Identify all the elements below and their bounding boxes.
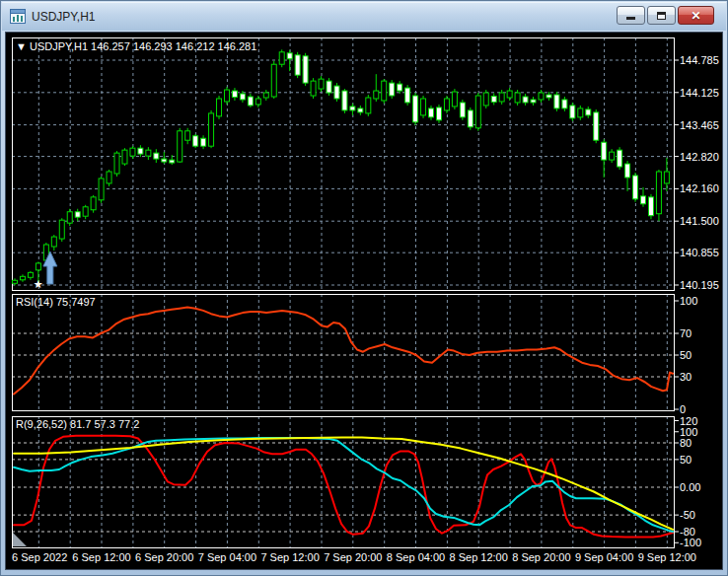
time-axis-label: 7 Sep 04:00 bbox=[198, 551, 256, 563]
candle bbox=[91, 197, 96, 210]
candle bbox=[295, 55, 300, 75]
candle bbox=[523, 97, 528, 103]
horizontal-gridlines bbox=[12, 60, 674, 532]
candle bbox=[209, 113, 214, 146]
candle bbox=[279, 52, 284, 64]
indicator-axis-label: 100 bbox=[680, 426, 697, 438]
candle bbox=[130, 148, 135, 156]
candle bbox=[405, 88, 410, 103]
time-axis-label: 7 Sep 20:00 bbox=[324, 551, 382, 563]
candle bbox=[633, 176, 638, 199]
restore-button[interactable] bbox=[647, 6, 676, 25]
price-axis-label: 140.855 bbox=[680, 247, 719, 258]
price-chart[interactable]: ★144.785144.125143.465142.820142.160141.… bbox=[6, 33, 724, 571]
candle bbox=[146, 150, 151, 156]
oscillator-red-line bbox=[14, 436, 673, 538]
candle bbox=[531, 100, 536, 103]
app-window: USDJPY,H1 ✕ ★144.785144.125143.465142.82… bbox=[0, 0, 728, 576]
price-axis-label: 143.465 bbox=[680, 119, 719, 131]
candle bbox=[154, 153, 159, 159]
candle bbox=[483, 93, 488, 106]
restore-icon bbox=[657, 12, 666, 20]
candle bbox=[255, 99, 260, 105]
candle bbox=[122, 150, 127, 164]
candle bbox=[515, 93, 520, 103]
candle bbox=[217, 99, 222, 116]
window-title: USDJPY,H1 bbox=[32, 10, 95, 24]
candle bbox=[475, 96, 480, 128]
candle bbox=[586, 109, 591, 115]
indicator-axis-label: -50 bbox=[680, 509, 695, 521]
rsi-axis: 1007050300 bbox=[674, 295, 697, 415]
price-axis-label: 144.125 bbox=[680, 87, 719, 99]
candle bbox=[648, 197, 653, 216]
indicator-axis-label: 30 bbox=[680, 371, 692, 383]
oscillator-lines bbox=[14, 436, 673, 538]
candle bbox=[20, 276, 25, 279]
candle bbox=[287, 53, 292, 59]
minimize-button[interactable] bbox=[617, 6, 645, 25]
candle bbox=[13, 280, 18, 283]
candle bbox=[271, 64, 276, 97]
time-axis-label: 9 Sep 04:00 bbox=[575, 551, 633, 563]
candle bbox=[460, 103, 465, 117]
indicator-axis-label: 50 bbox=[680, 349, 692, 361]
candle bbox=[570, 106, 575, 118]
time-axis-label: 8 Sep 12:00 bbox=[450, 551, 508, 563]
indicator-axis-label: 120 bbox=[680, 415, 697, 427]
candle bbox=[232, 91, 237, 97]
candle bbox=[562, 100, 567, 108]
candle bbox=[67, 212, 72, 223]
candle bbox=[429, 108, 434, 117]
candle bbox=[170, 160, 175, 163]
time-axis-label: 6 Sep 20:00 bbox=[135, 551, 193, 563]
candle bbox=[578, 108, 583, 117]
candle bbox=[507, 91, 512, 98]
candle bbox=[75, 212, 80, 217]
candle bbox=[539, 93, 544, 100]
time-axis-label: 9 Sep 12:00 bbox=[638, 551, 696, 563]
candle bbox=[334, 86, 339, 99]
candle bbox=[303, 56, 308, 83]
candle bbox=[602, 142, 607, 160]
candle bbox=[327, 81, 331, 93]
indicator-axis-label: 0 bbox=[680, 403, 686, 415]
candle bbox=[452, 92, 457, 107]
candle bbox=[178, 131, 182, 162]
star-icon: ★ bbox=[34, 278, 43, 290]
candle bbox=[240, 94, 245, 100]
title-bar[interactable]: USDJPY,H1 ✕ bbox=[2, 2, 726, 31]
candle bbox=[468, 110, 473, 127]
pane-corner-triangle[interactable] bbox=[13, 533, 27, 546]
candle bbox=[342, 91, 347, 110]
time-axis: 6 Sep 20226 Sep 12:006 Sep 20:007 Sep 04… bbox=[12, 551, 696, 563]
minimize-icon bbox=[626, 17, 635, 20]
oscillator-cyan-line bbox=[14, 438, 673, 532]
chart-client-area[interactable]: ★144.785144.125143.465142.820142.160141.… bbox=[5, 32, 723, 570]
candle bbox=[193, 136, 198, 146]
candle bbox=[36, 263, 40, 270]
candle bbox=[610, 152, 615, 160]
candle bbox=[224, 90, 229, 102]
price-axis-label: 142.820 bbox=[680, 151, 719, 163]
indicator-axis-label: -100 bbox=[680, 537, 701, 548]
candle bbox=[114, 153, 119, 174]
candle bbox=[374, 91, 379, 99]
candle bbox=[656, 172, 661, 214]
candle bbox=[59, 220, 64, 239]
candle bbox=[185, 131, 190, 140]
candle bbox=[625, 164, 630, 178]
candle bbox=[263, 93, 268, 98]
indicator-axis-label: 0.00 bbox=[680, 481, 700, 493]
candle bbox=[83, 207, 88, 216]
close-button[interactable]: ✕ bbox=[678, 6, 714, 25]
candle bbox=[444, 99, 449, 110]
rsi-line bbox=[14, 308, 673, 395]
candle bbox=[51, 237, 56, 247]
candle bbox=[382, 81, 387, 101]
indicator-axis-label: -80 bbox=[680, 526, 695, 538]
candle bbox=[28, 272, 33, 277]
candle bbox=[594, 112, 599, 140]
time-axis-label: 8 Sep 20:00 bbox=[512, 551, 570, 563]
time-axis-label: 8 Sep 04:00 bbox=[387, 551, 445, 563]
